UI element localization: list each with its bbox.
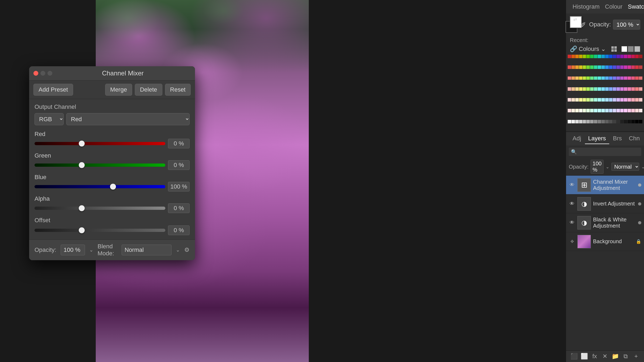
swatch-cell[interactable] xyxy=(631,65,635,69)
swatch-cell[interactable] xyxy=(624,120,627,123)
swatch-cell[interactable] xyxy=(586,65,590,69)
swatch-cell[interactable] xyxy=(605,120,609,123)
swatch-cell[interactable] xyxy=(601,120,605,123)
swatch-cell[interactable] xyxy=(631,55,635,58)
swatch-cell[interactable] xyxy=(631,109,635,112)
offset-slider-thumb[interactable] xyxy=(79,227,85,233)
swatch-cell[interactable] xyxy=(620,65,624,69)
swatch-cell[interactable] xyxy=(598,76,601,80)
swatch-cell[interactable] xyxy=(609,109,612,112)
swatch-cell[interactable] xyxy=(583,76,586,80)
swatch-cell[interactable] xyxy=(594,98,597,102)
close-button[interactable] xyxy=(33,71,38,76)
swatch-cell[interactable] xyxy=(590,98,594,102)
swatch-cell[interactable] xyxy=(586,87,590,91)
swatch-cell[interactable] xyxy=(579,98,583,102)
maximize-button[interactable] xyxy=(47,71,52,76)
swatch-cell[interactable] xyxy=(586,55,590,58)
gear-icon[interactable]: ⚙ xyxy=(184,246,190,253)
swatch-cell[interactable] xyxy=(635,120,639,123)
swatch-cell[interactable] xyxy=(624,65,627,69)
swatch-cell[interactable] xyxy=(616,98,620,102)
swatch-cell[interactable] xyxy=(571,76,575,80)
swatch-cell[interactable] xyxy=(620,120,624,123)
swatch-cell[interactable] xyxy=(620,76,624,80)
swatch-cell[interactable] xyxy=(579,120,583,123)
swatch-cell[interactable] xyxy=(605,55,609,58)
tab-chn[interactable]: Chn xyxy=(626,133,643,144)
swatch-cell[interactable] xyxy=(609,65,612,69)
swatch-cell[interactable] xyxy=(594,55,597,58)
swatch-cell[interactable] xyxy=(598,65,601,69)
swatch-cell[interactable] xyxy=(583,65,586,69)
layer-item-invert[interactable]: 👁 ◑ Invert Adjustment xyxy=(566,194,644,213)
swatch-cell[interactable] xyxy=(639,109,642,112)
layer-item-background[interactable]: ✥ Background 🔒 xyxy=(566,232,644,251)
swatch-cell[interactable] xyxy=(590,87,594,91)
swatch-cell[interactable] xyxy=(575,76,579,80)
swatch-cell[interactable] xyxy=(635,109,639,112)
swatch-cell[interactable] xyxy=(631,98,635,102)
swatch-cell[interactable] xyxy=(601,87,605,91)
add-preset-button[interactable]: Add Preset xyxy=(33,84,73,96)
alpha-slider-thumb[interactable] xyxy=(79,205,85,211)
tab-colour[interactable]: Colour xyxy=(603,2,625,11)
swatch-cell[interactable] xyxy=(579,76,583,80)
swatch-cell[interactable] xyxy=(628,87,631,91)
grid-view-icon[interactable] xyxy=(611,46,617,52)
swatch-cell[interactable] xyxy=(586,120,590,123)
swatch-cell[interactable] xyxy=(571,87,575,91)
swatch-cell[interactable] xyxy=(613,55,616,58)
swatch-cell[interactable] xyxy=(583,87,586,91)
swatch-cell[interactable] xyxy=(613,98,616,102)
swatch-cell[interactable] xyxy=(598,55,601,58)
swatch-cell[interactable] xyxy=(628,55,631,58)
swatch-cell[interactable] xyxy=(624,98,627,102)
swatch-cell[interactable] xyxy=(628,109,631,112)
swatch-cell[interactable] xyxy=(571,109,575,112)
layer-visibility-icon[interactable]: 👁 xyxy=(569,220,575,226)
swatch-cell[interactable] xyxy=(616,120,620,123)
layer-visibility-icon[interactable]: 👁 xyxy=(569,201,575,207)
alpha-slider-track[interactable] xyxy=(35,207,165,210)
delete-button[interactable]: Delete xyxy=(135,84,162,96)
swatch-cell[interactable] xyxy=(590,55,594,58)
swatch-cell[interactable] xyxy=(590,76,594,80)
swatch-cell[interactable] xyxy=(598,120,601,123)
tab-adj[interactable]: Adj xyxy=(569,133,584,144)
swatch-cell[interactable] xyxy=(639,120,642,123)
minimize-button[interactable] xyxy=(40,71,45,76)
swatch-cell[interactable] xyxy=(594,76,597,80)
swatch-cell[interactable] xyxy=(590,120,594,123)
swatch-cell[interactable] xyxy=(583,55,586,58)
swatch-cell[interactable] xyxy=(635,65,639,69)
swatch-cell[interactable] xyxy=(624,55,627,58)
swatch-cell[interactable] xyxy=(639,98,642,102)
swatch-cell[interactable] xyxy=(635,76,639,80)
swatch-cell[interactable] xyxy=(639,87,642,91)
swatch-cell[interactable] xyxy=(598,87,601,91)
green-slider-track[interactable] xyxy=(35,163,165,167)
footer-blend-input[interactable] xyxy=(122,245,172,255)
swatch-cell[interactable] xyxy=(605,98,609,102)
swatch-cell[interactable] xyxy=(620,55,624,58)
layer-item-bw[interactable]: 👁 ◑ Black & White Adjustment xyxy=(566,213,644,232)
swatch-cell[interactable] xyxy=(598,109,601,112)
search-input[interactable] xyxy=(578,149,644,155)
swatch-cell[interactable] xyxy=(575,109,579,112)
swatch-cell[interactable] xyxy=(594,87,597,91)
swatch-cell[interactable] xyxy=(601,109,605,112)
swatch-cell[interactable] xyxy=(624,87,627,91)
swatch-cell[interactable] xyxy=(594,65,597,69)
layer-visibility-icon[interactable]: 👁 xyxy=(569,182,575,188)
swatch-cell[interactable] xyxy=(609,120,612,123)
opacity-select[interactable]: 100 % xyxy=(613,20,640,30)
swatch-cell[interactable] xyxy=(579,55,583,58)
swatch-cell[interactable] xyxy=(605,65,609,69)
swatch-cell[interactable] xyxy=(571,98,575,102)
swatch-cell[interactable] xyxy=(613,87,616,91)
swatch-cell[interactable] xyxy=(568,55,571,58)
swatch-cell[interactable] xyxy=(616,65,620,69)
corrections-icon[interactable]: ✕ xyxy=(601,353,609,360)
swatch-cell[interactable] xyxy=(575,120,579,123)
